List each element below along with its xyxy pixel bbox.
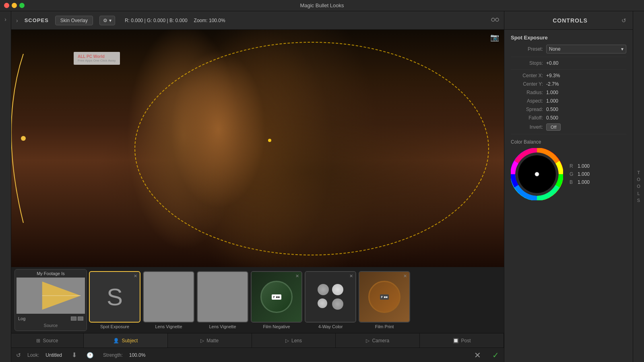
- top-toolbar: › SCOPES Skin Overlay ⚙ ▾ R: 0.000 | G: …: [11, 11, 504, 30]
- rgb-values: R 1.000 G 1.000 B 1.000: [570, 163, 590, 185]
- exposure-curve[interactable]: [11, 30, 60, 267]
- falloff-value[interactable]: 0.500: [546, 115, 626, 121]
- spot-exposure-label: Spot Exposure: [100, 324, 129, 329]
- cancel-button[interactable]: ✕: [474, 350, 481, 360]
- falloff-row: Falloff: 0.500: [511, 115, 626, 121]
- thumbnail-strip: My Footage Is Log: [11, 267, 504, 333]
- source-card[interactable]: My Footage Is Log: [14, 269, 87, 331]
- minimize-button[interactable]: [12, 3, 17, 8]
- subject-label: Subject: [122, 338, 138, 343]
- spot-exposure-thumbnail: ✕ S: [89, 271, 140, 323]
- spread-label: Spread:: [511, 107, 543, 112]
- skin-overlay-button[interactable]: Skin Overlay: [55, 16, 93, 25]
- matte-icon: ▷: [200, 338, 204, 343]
- section-tabs: ⊞ Source 👤 Subject ▷ Matte ▷ Lens ▷ C: [11, 333, 504, 348]
- left-arrow-icon[interactable]: ›: [4, 16, 6, 23]
- close-icon[interactable]: ✕: [349, 274, 353, 279]
- settings-button[interactable]: ⚙ ▾: [99, 16, 115, 25]
- subject-tab[interactable]: 👤 Subject: [84, 333, 168, 348]
- stops-value[interactable]: +0.80: [546, 60, 626, 66]
- tools-panel[interactable]: T O O L S: [633, 11, 644, 362]
- post-tab[interactable]: 🔲 Post: [420, 333, 504, 348]
- left-panel-toggle[interactable]: ›: [0, 11, 11, 362]
- 4way-color-label: 4-Way Color: [318, 324, 343, 329]
- source-thumbnail: [17, 278, 85, 314]
- film-print-badge: F ■■: [380, 294, 389, 300]
- radius-row: Radius: 1.000: [511, 90, 626, 95]
- lens-vignette-2-thumbnail: ✕: [197, 271, 248, 323]
- zoom-display: Zoom: 100.0%: [194, 18, 225, 23]
- multiview-button[interactable]: [491, 16, 499, 24]
- center-control-point[interactable]: [268, 139, 271, 142]
- rgb-display: R: 0.000 | G: 0.000 | B: 0.000: [125, 18, 188, 23]
- lens-vignette-1-label: Lens Vignette: [155, 324, 182, 329]
- spot-icon: S: [107, 283, 123, 311]
- close-icon[interactable]: ✕: [295, 274, 299, 279]
- center-y-label: Center Y:: [511, 81, 543, 87]
- save-icon[interactable]: ⬇: [72, 351, 77, 359]
- source-tab-icon: ⊞: [36, 338, 40, 343]
- close-icon[interactable]: ✕: [403, 274, 407, 279]
- vignette-circle[interactable]: [134, 42, 489, 255]
- lens-icon: ▷: [285, 338, 289, 343]
- lens-vignette-1-card[interactable]: ✕ Lens Vignette: [142, 271, 195, 329]
- center-y-value[interactable]: -2.7%: [546, 81, 626, 87]
- center-x-value[interactable]: +9.3%: [546, 73, 626, 78]
- close-icon[interactable]: ✕: [188, 274, 191, 279]
- 4way-thumbnail: ✕: [305, 271, 356, 323]
- radius-label: Radius:: [511, 90, 543, 95]
- close-button[interactable]: [4, 3, 9, 8]
- source-section: ⊞ Source: [11, 333, 84, 348]
- dot-br: [332, 298, 343, 310]
- spread-row: Spread: 0.500: [511, 107, 626, 112]
- film-badge: F ■■: [272, 294, 282, 300]
- color-balance-label: Color Balance: [511, 139, 626, 145]
- traffic-lights: [4, 3, 25, 8]
- aspect-value[interactable]: 1.000: [546, 98, 626, 104]
- matte-tab[interactable]: ▷ Matte: [168, 333, 252, 348]
- film-negative-thumbnail: ✕ F ■■: [251, 271, 302, 323]
- source-tab-label: Source: [43, 338, 58, 343]
- spot-exposure-card[interactable]: ✕ S Spot Exposure: [89, 271, 141, 329]
- close-icon[interactable]: ✕: [134, 274, 137, 279]
- invert-button[interactable]: Off: [546, 123, 561, 131]
- maximize-button[interactable]: [19, 3, 25, 8]
- aspect-row: Aspect: 1.000: [511, 98, 626, 104]
- lens-vignette-2-card[interactable]: ✕ Lens Vignette: [196, 271, 249, 329]
- panel-expand-icon[interactable]: ›: [16, 17, 18, 24]
- controls-reset-icon[interactable]: ↺: [621, 17, 626, 24]
- timer-icon[interactable]: 🕐: [87, 352, 93, 358]
- post-label: Post: [461, 338, 471, 343]
- close-icon[interactable]: ✕: [242, 274, 245, 279]
- status-bar: ↺ Look: Untitled ⬇ 🕐 Strength: 100.0% ✕ …: [11, 348, 504, 362]
- lens-tab[interactable]: ▷ Lens: [252, 333, 336, 348]
- preview-area[interactable]: 📷 ALL PC World Free Apps One Click Away: [11, 30, 504, 267]
- titlebar: Magic Bullet Looks: [0, 0, 644, 11]
- gear-dropdown-icon: ▾: [109, 18, 111, 23]
- radius-value[interactable]: 1.000: [546, 90, 626, 95]
- preset-select[interactable]: None ▾: [546, 45, 626, 53]
- svg-point-1: [495, 18, 499, 21]
- scopes-button[interactable]: SCOPES: [25, 17, 49, 23]
- spread-value[interactable]: 0.500: [546, 107, 626, 112]
- center-x-label: Center X:: [511, 73, 543, 78]
- dot-tl: [318, 284, 329, 295]
- color-balance-control: R 1.000 G 1.000 B 1.000: [511, 148, 626, 200]
- controls-title: CONTROLS: [553, 17, 588, 24]
- r-row: R 1.000: [570, 163, 590, 169]
- app-title: Magic Bullet Looks: [300, 2, 344, 8]
- stops-label: Stops:: [511, 60, 543, 66]
- camera-icon[interactable]: 📷: [490, 33, 499, 42]
- b-row: B 1.000: [570, 179, 590, 185]
- camera-tab[interactable]: ▷ Camera: [336, 333, 420, 348]
- film-negative-card[interactable]: ✕ F ■■ Film Negative: [250, 271, 303, 329]
- color-wheel[interactable]: [511, 148, 563, 200]
- camera-tab-icon: ▷: [366, 338, 369, 343]
- confirm-button[interactable]: ✓: [492, 350, 499, 360]
- stops-row: Stops: +0.80: [511, 60, 626, 66]
- center-x-row: Center X: +9.3%: [511, 73, 626, 78]
- source-log-label: Log: [18, 316, 25, 321]
- 4way-color-card[interactable]: ✕ 4-Way Color: [304, 271, 357, 329]
- film-print-card[interactable]: ✕ F ■■ Film Print: [358, 271, 411, 329]
- reset-icon[interactable]: ↺: [16, 352, 21, 358]
